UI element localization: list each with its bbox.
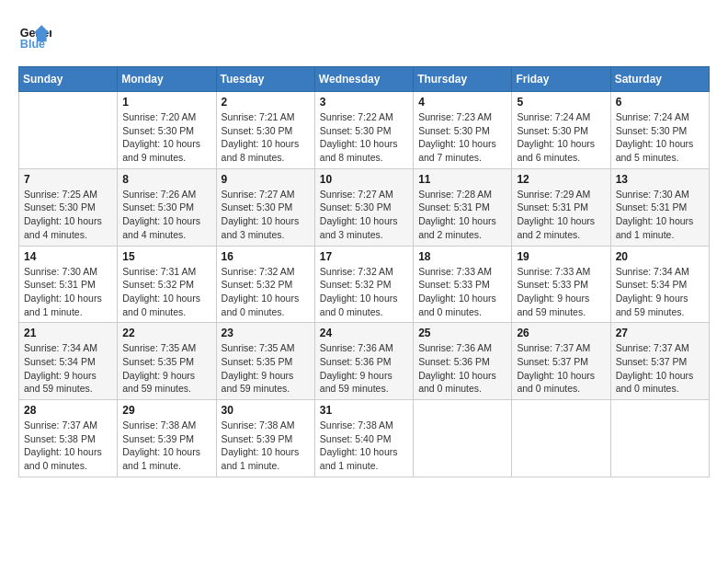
calendar-cell: 20Sunrise: 7:34 AMSunset: 5:34 PMDayligh… [610, 246, 709, 323]
calendar-cell: 26Sunrise: 7:37 AMSunset: 5:37 PMDayligh… [512, 323, 610, 400]
calendar-cell: 28Sunrise: 7:37 AMSunset: 5:38 PMDayligh… [19, 400, 118, 477]
calendar-week-row: 21Sunrise: 7:34 AMSunset: 5:34 PMDayligh… [19, 323, 710, 400]
day-info: Sunrise: 7:27 AMSunset: 5:30 PMDaylight:… [320, 188, 408, 242]
weekday-header: Thursday [414, 67, 512, 92]
day-info: Sunrise: 7:32 AMSunset: 5:32 PMDaylight:… [320, 265, 408, 319]
day-info: Sunrise: 7:24 AMSunset: 5:30 PMDaylight:… [616, 110, 704, 165]
day-info: Sunrise: 7:26 AMSunset: 5:30 PMDaylight:… [122, 188, 210, 242]
day-number: 5 [517, 96, 605, 109]
day-number: 31 [320, 404, 408, 417]
day-number: 3 [320, 96, 408, 109]
calendar-cell: 30Sunrise: 7:38 AMSunset: 5:39 PMDayligh… [216, 400, 314, 477]
weekday-header: Wednesday [314, 67, 413, 92]
day-info: Sunrise: 7:30 AMSunset: 5:31 PMDaylight:… [24, 265, 112, 319]
day-number: 15 [122, 250, 210, 263]
calendar-cell: 5Sunrise: 7:24 AMSunset: 5:30 PMDaylight… [512, 92, 610, 169]
day-info: Sunrise: 7:37 AMSunset: 5:37 PMDaylight:… [616, 341, 704, 396]
calendar-cell: 22Sunrise: 7:35 AMSunset: 5:35 PMDayligh… [118, 323, 216, 400]
day-number: 1 [122, 96, 210, 109]
calendar-table: SundayMondayTuesdayWednesdayThursdayFrid… [18, 66, 710, 477]
day-info: Sunrise: 7:29 AMSunset: 5:31 PMDaylight:… [517, 188, 605, 242]
calendar-week-row: 7Sunrise: 7:25 AMSunset: 5:30 PMDaylight… [19, 168, 710, 246]
logo-icon: General Blue [18, 18, 51, 52]
day-info: Sunrise: 7:20 AMSunset: 5:30 PMDaylight:… [122, 110, 210, 165]
day-info: Sunrise: 7:37 AMSunset: 5:37 PMDaylight:… [517, 341, 605, 396]
day-number: 11 [418, 173, 506, 186]
day-info: Sunrise: 7:35 AMSunset: 5:35 PMDaylight:… [122, 341, 210, 396]
calendar-cell [19, 92, 118, 169]
day-number: 25 [418, 327, 506, 339]
calendar-cell: 25Sunrise: 7:36 AMSunset: 5:36 PMDayligh… [414, 323, 512, 400]
day-info: Sunrise: 7:22 AMSunset: 5:30 PMDaylight:… [320, 110, 408, 165]
calendar-cell [610, 400, 709, 477]
weekday-header: Monday [118, 67, 216, 92]
day-info: Sunrise: 7:27 AMSunset: 5:30 PMDaylight:… [222, 188, 310, 242]
day-number: 14 [24, 250, 112, 263]
day-number: 18 [418, 250, 506, 263]
day-number: 29 [122, 404, 210, 417]
day-info: Sunrise: 7:24 AMSunset: 5:30 PMDaylight:… [517, 110, 605, 165]
calendar-cell: 9Sunrise: 7:27 AMSunset: 5:30 PMDaylight… [216, 168, 314, 246]
day-info: Sunrise: 7:32 AMSunset: 5:32 PMDaylight:… [222, 265, 310, 319]
calendar-cell: 15Sunrise: 7:31 AMSunset: 5:32 PMDayligh… [118, 246, 216, 323]
calendar-cell: 10Sunrise: 7:27 AMSunset: 5:30 PMDayligh… [314, 168, 413, 246]
calendar-cell: 14Sunrise: 7:30 AMSunset: 5:31 PMDayligh… [19, 246, 118, 323]
calendar-cell: 1Sunrise: 7:20 AMSunset: 5:30 PMDaylight… [118, 92, 216, 169]
calendar-cell: 13Sunrise: 7:30 AMSunset: 5:31 PMDayligh… [610, 168, 709, 246]
day-number: 7 [24, 173, 112, 186]
day-number: 9 [222, 173, 310, 186]
weekday-header: Tuesday [216, 67, 314, 92]
page-header: General Blue [18, 18, 710, 52]
day-number: 6 [616, 96, 704, 109]
day-info: Sunrise: 7:37 AMSunset: 5:38 PMDaylight:… [24, 419, 112, 473]
day-info: Sunrise: 7:34 AMSunset: 5:34 PMDaylight:… [616, 265, 704, 319]
day-info: Sunrise: 7:33 AMSunset: 5:33 PMDaylight:… [418, 265, 506, 319]
calendar-cell [512, 400, 610, 477]
calendar-cell: 7Sunrise: 7:25 AMSunset: 5:30 PMDaylight… [19, 168, 118, 246]
logo: General Blue [18, 18, 55, 52]
calendar-cell: 17Sunrise: 7:32 AMSunset: 5:32 PMDayligh… [314, 246, 413, 323]
calendar-cell: 31Sunrise: 7:38 AMSunset: 5:40 PMDayligh… [314, 400, 413, 477]
calendar-cell: 24Sunrise: 7:36 AMSunset: 5:36 PMDayligh… [314, 323, 413, 400]
day-info: Sunrise: 7:28 AMSunset: 5:31 PMDaylight:… [418, 188, 506, 242]
calendar-cell: 3Sunrise: 7:22 AMSunset: 5:30 PMDaylight… [314, 92, 413, 169]
calendar-cell: 12Sunrise: 7:29 AMSunset: 5:31 PMDayligh… [512, 168, 610, 246]
weekday-header: Saturday [610, 67, 709, 92]
day-info: Sunrise: 7:21 AMSunset: 5:30 PMDaylight:… [222, 110, 310, 165]
day-number: 21 [24, 327, 112, 339]
calendar-cell: 19Sunrise: 7:33 AMSunset: 5:33 PMDayligh… [512, 246, 610, 323]
day-number: 2 [222, 96, 310, 109]
calendar-cell: 23Sunrise: 7:35 AMSunset: 5:35 PMDayligh… [216, 323, 314, 400]
weekday-header-row: SundayMondayTuesdayWednesdayThursdayFrid… [19, 67, 710, 92]
calendar-week-row: 14Sunrise: 7:30 AMSunset: 5:31 PMDayligh… [19, 246, 710, 323]
calendar-cell: 8Sunrise: 7:26 AMSunset: 5:30 PMDaylight… [118, 168, 216, 246]
day-number: 24 [320, 327, 408, 339]
day-number: 26 [517, 327, 605, 339]
calendar-cell [414, 400, 512, 477]
day-info: Sunrise: 7:35 AMSunset: 5:35 PMDaylight:… [222, 341, 310, 396]
day-number: 13 [616, 173, 704, 186]
day-number: 23 [222, 327, 310, 339]
calendar-cell: 29Sunrise: 7:38 AMSunset: 5:39 PMDayligh… [118, 400, 216, 477]
calendar-cell: 16Sunrise: 7:32 AMSunset: 5:32 PMDayligh… [216, 246, 314, 323]
day-number: 28 [24, 404, 112, 417]
day-info: Sunrise: 7:36 AMSunset: 5:36 PMDaylight:… [418, 341, 506, 396]
calendar-week-row: 1Sunrise: 7:20 AMSunset: 5:30 PMDaylight… [19, 92, 710, 169]
day-info: Sunrise: 7:30 AMSunset: 5:31 PMDaylight:… [616, 188, 704, 242]
day-number: 10 [320, 173, 408, 186]
calendar-cell: 4Sunrise: 7:23 AMSunset: 5:30 PMDaylight… [414, 92, 512, 169]
day-number: 20 [616, 250, 704, 263]
day-info: Sunrise: 7:38 AMSunset: 5:39 PMDaylight:… [122, 419, 210, 473]
day-info: Sunrise: 7:38 AMSunset: 5:40 PMDaylight:… [320, 419, 408, 473]
day-number: 22 [122, 327, 210, 339]
weekday-header: Friday [512, 67, 610, 92]
day-info: Sunrise: 7:25 AMSunset: 5:30 PMDaylight:… [24, 188, 112, 242]
day-info: Sunrise: 7:34 AMSunset: 5:34 PMDaylight:… [24, 341, 112, 396]
calendar-cell: 27Sunrise: 7:37 AMSunset: 5:37 PMDayligh… [610, 323, 709, 400]
day-info: Sunrise: 7:23 AMSunset: 5:30 PMDaylight:… [418, 110, 506, 165]
day-number: 30 [222, 404, 310, 417]
day-info: Sunrise: 7:38 AMSunset: 5:39 PMDaylight:… [222, 419, 310, 473]
day-info: Sunrise: 7:31 AMSunset: 5:32 PMDaylight:… [122, 265, 210, 319]
calendar-cell: 11Sunrise: 7:28 AMSunset: 5:31 PMDayligh… [414, 168, 512, 246]
calendar-cell: 6Sunrise: 7:24 AMSunset: 5:30 PMDaylight… [610, 92, 709, 169]
